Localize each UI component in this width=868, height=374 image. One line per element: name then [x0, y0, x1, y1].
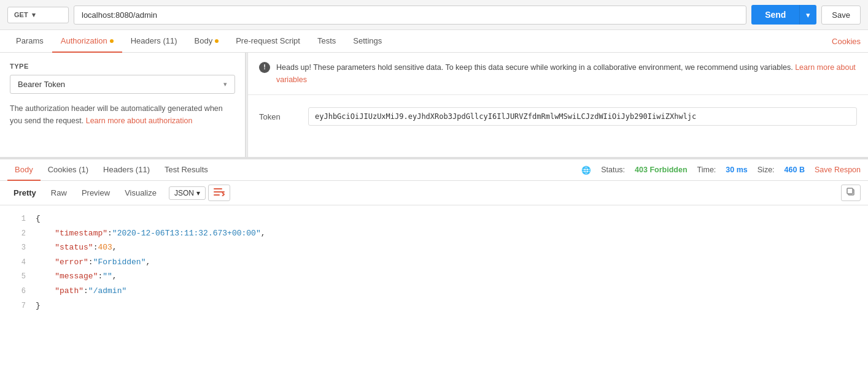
send-dropdown-button[interactable]: ▾ [799, 5, 816, 25]
tab-tests[interactable]: Tests [309, 30, 344, 53]
info-banner: ! Heads up! These parameters hold sensit… [248, 53, 868, 95]
token-label: Token [259, 112, 296, 121]
response-tab-body[interactable]: Body [7, 159, 41, 181]
tab-body[interactable]: Body [186, 30, 228, 53]
tab-pre-request[interactable]: Pre-request Script [227, 30, 309, 53]
status-code: 403 Forbidden [635, 166, 687, 174]
response-tab-headers[interactable]: Headers (11) [96, 159, 157, 181]
auth-note: The authorization header will be automat… [10, 102, 235, 127]
auth-learn-more-link[interactable]: Learn more about authorization [86, 116, 193, 125]
json-line-4: 4 "error": "Forbidden", [6, 255, 868, 270]
url-input[interactable] [74, 6, 746, 25]
bottom-section: Body Cookies (1) Headers (11) Test Resul… [0, 157, 868, 319]
top-bar: GET ▾ Send ▾ Save [0, 0, 868, 30]
response-tab-test-results[interactable]: Test Results [157, 159, 215, 181]
json-line-5: 5 "message": "", [6, 269, 868, 284]
method-chevron: ▾ [32, 11, 36, 19]
copy-button[interactable] [841, 185, 861, 201]
type-value: Bearer Token [18, 80, 65, 89]
svg-rect-4 [847, 188, 853, 194]
left-panel: TYPE Bearer Token ▾ The authorization he… [0, 53, 246, 157]
tab-settings[interactable]: Settings [344, 30, 390, 53]
request-tabs-row: Params Authorization Headers (11) Body P… [0, 30, 868, 53]
svg-rect-0 [214, 188, 222, 189]
wrap-button[interactable] [208, 185, 230, 201]
json-line-1: 1 { [6, 212, 868, 226]
info-text: Heads up! These parameters hold sensitiv… [276, 61, 857, 86]
type-select[interactable]: Bearer Token ▾ [10, 75, 235, 94]
right-panel: ! Heads up! These parameters hold sensit… [248, 53, 868, 157]
authorization-dot [110, 39, 114, 43]
token-input[interactable] [308, 107, 857, 126]
cookies-link[interactable]: Cookies [832, 31, 861, 52]
json-line-7: 7 } [6, 299, 868, 313]
time-value: 30 ms [726, 166, 747, 174]
size-label: Size: [758, 166, 775, 174]
json-chevron-icon: ▾ [196, 189, 200, 197]
tab-authorization[interactable]: Authorization [52, 30, 122, 53]
raw-button[interactable]: Raw [45, 186, 73, 200]
response-tab-cookies[interactable]: Cookies (1) [41, 159, 96, 181]
tab-params[interactable]: Params [7, 30, 52, 53]
visualize-button[interactable]: Visualize [118, 186, 163, 200]
response-status: 🌐 Status: 403 Forbidden Time: 30 ms Size… [581, 166, 861, 175]
copy-icon [847, 188, 855, 196]
time-label: Time: [697, 166, 716, 174]
save-button[interactable]: Save [821, 6, 861, 25]
type-label: TYPE [10, 63, 235, 70]
tab-headers[interactable]: Headers (11) [122, 30, 186, 53]
globe-icon: 🌐 [581, 166, 591, 175]
info-icon: ! [259, 62, 270, 73]
json-format-select[interactable]: JSON ▾ [169, 186, 206, 200]
response-tabs-row: Body Cookies (1) Headers (11) Test Resul… [0, 159, 868, 181]
json-line-2: 2 "timestamp": "2020-12-06T13:11:32.673+… [6, 226, 868, 241]
body-dot [215, 39, 219, 43]
status-label: Status: [601, 166, 625, 174]
method-label: GET [14, 11, 28, 18]
path-link[interactable]: /admin [93, 286, 122, 296]
wrap-icon [214, 188, 225, 196]
send-button[interactable]: Send [751, 5, 799, 25]
json-editor: 1 { 2 "timestamp": "2020-12-06T13:11:32.… [0, 205, 868, 319]
pretty-button[interactable]: Pretty [7, 186, 42, 200]
token-row: Token [248, 95, 868, 138]
method-select[interactable]: GET ▾ [7, 7, 69, 23]
json-label: JSON [174, 189, 194, 197]
json-line-3: 3 "status": 403, [6, 240, 868, 255]
main-split: TYPE Bearer Token ▾ The authorization he… [0, 53, 868, 157]
json-line-6: 6 "path": "/admin" [6, 284, 868, 299]
svg-rect-1 [214, 191, 225, 193]
svg-rect-2 [214, 194, 220, 196]
send-btn-group: Send ▾ [751, 5, 816, 25]
format-toolbar: Pretty Raw Preview Visualize JSON ▾ [0, 181, 868, 205]
preview-button[interactable]: Preview [76, 186, 116, 200]
chevron-down-icon: ▾ [223, 80, 227, 88]
save-response-link[interactable]: Save Respon [815, 166, 861, 174]
size-value: 460 B [785, 166, 805, 174]
